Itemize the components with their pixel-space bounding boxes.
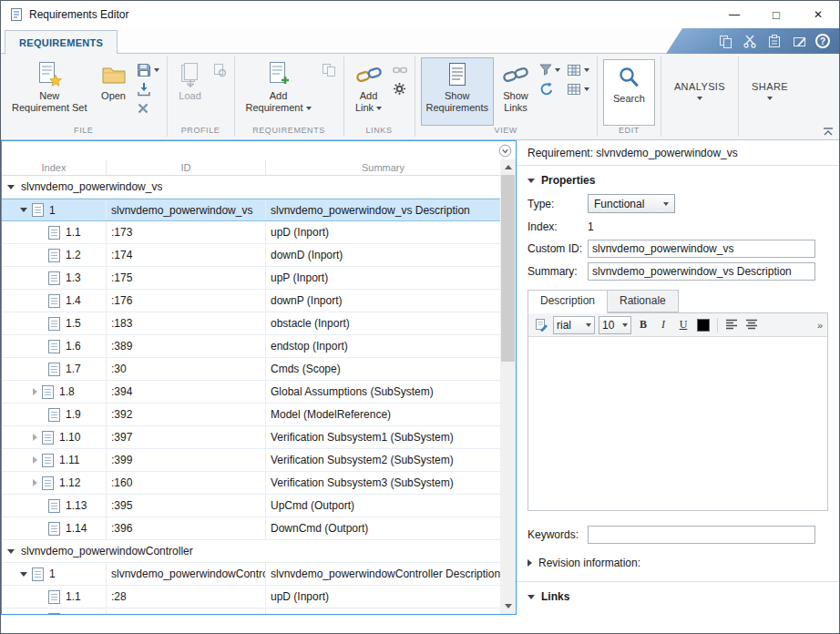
- revision-section-header[interactable]: Revision information:: [517, 546, 839, 573]
- tree-row[interactable]: 1.5 :183 obstacle (Inport): [2, 312, 500, 335]
- close-button[interactable]: ✕: [797, 1, 839, 28]
- show-requirements-button[interactable]: Show Requirements: [421, 57, 494, 126]
- chevron-down-icon[interactable]: [20, 572, 27, 577]
- scrollbar-thumb[interactable]: [501, 175, 515, 362]
- tree-row[interactable]: 1.9 :392 Model (ModelReference): [2, 404, 500, 426]
- tab-rationale[interactable]: Rationale: [607, 290, 679, 312]
- new-requirement-set-button[interactable]: New Requirement Set: [6, 57, 93, 126]
- chevron-right-icon[interactable]: [33, 434, 37, 441]
- tree-row[interactable]: 1.8 :394 Global Assumptions (SubSystem): [2, 381, 500, 404]
- show-links-button[interactable]: Show Links: [497, 57, 535, 126]
- share-dropdown[interactable]: SHARE: [739, 54, 801, 139]
- search-button[interactable]: Search: [603, 59, 655, 126]
- toolbar-overflow-button[interactable]: »: [817, 320, 823, 331]
- scrollbar-down-button[interactable]: [500, 598, 516, 614]
- keywords-input[interactable]: [588, 526, 815, 544]
- italic-button[interactable]: I: [655, 316, 671, 334]
- cell-id: :176: [111, 294, 132, 307]
- font-family-select[interactable]: rial: [553, 316, 595, 334]
- links-section-header[interactable]: Links: [517, 582, 839, 608]
- tab-requirements[interactable]: REQUIREMENTS: [5, 30, 118, 54]
- promote-requirement-button[interactable]: [322, 62, 336, 77]
- custom-id-input[interactable]: [588, 240, 815, 258]
- minimize-button[interactable]: —: [713, 1, 755, 28]
- tree-row[interactable]: 1.6 :389 endstop (Inport): [2, 335, 500, 358]
- bold-button[interactable]: B: [635, 316, 651, 334]
- chevron-right-icon[interactable]: [33, 388, 37, 395]
- links-title: Links: [541, 590, 569, 603]
- chevron-right-icon[interactable]: [33, 479, 37, 486]
- tree-row[interactable]: 1.4 :176 downP (Inport): [2, 290, 500, 312]
- column-header-summary[interactable]: Summary: [265, 159, 500, 175]
- profile-options-button[interactable]: [212, 62, 227, 77]
- scrollbar-track[interactable]: [500, 362, 516, 598]
- rows-button[interactable]: [567, 81, 589, 97]
- maximize-button[interactable]: □: [755, 1, 797, 28]
- tab-description[interactable]: Description: [528, 290, 608, 313]
- annotate-icon[interactable]: [791, 32, 807, 50]
- tree-row[interactable]: 1.7 :30 Cmds (Scope): [2, 358, 500, 381]
- description-text-area[interactable]: [528, 337, 827, 510]
- font-color-button[interactable]: [695, 316, 712, 334]
- filter-caret[interactable]: [555, 68, 560, 72]
- tree-group-row[interactable]: slvnvdemo_powerwindow_vs: [2, 176, 500, 199]
- paste-icon[interactable]: [766, 32, 783, 50]
- link-settings-button[interactable]: [393, 81, 407, 97]
- chevron-down-icon[interactable]: [7, 549, 15, 554]
- scrollbar-up-button[interactable]: [500, 159, 516, 175]
- chevron-down-icon[interactable]: [20, 208, 27, 212]
- delete-link-button[interactable]: [393, 62, 407, 77]
- toolbar: New Requirement Set Open: [1, 54, 839, 140]
- add-link-caret: [376, 107, 382, 110]
- load-profile-icon: [179, 60, 202, 89]
- view-options-button[interactable]: [498, 144, 512, 158]
- copy-icon[interactable]: [717, 32, 733, 50]
- refresh-button[interactable]: [539, 81, 560, 97]
- collapse-toolstrip-button[interactable]: [823, 128, 834, 137]
- add-requirement-button[interactable]: Add Requirement: [241, 57, 317, 126]
- tree-row[interactable]: 1.3 :175 upP (Inport): [2, 267, 500, 290]
- save-dropdown-caret[interactable]: [154, 68, 159, 72]
- open-button[interactable]: Open: [96, 57, 132, 126]
- properties-section-header[interactable]: Properties: [517, 166, 839, 191]
- rows-caret[interactable]: [584, 87, 589, 91]
- tree-row[interactable]: 1.12 :160 Verification Subsystem3 (SubSy…: [2, 472, 500, 495]
- filter-button[interactable]: [539, 62, 560, 77]
- align-left-button[interactable]: [723, 316, 740, 334]
- type-select[interactable]: Functional: [588, 194, 675, 213]
- column-header-id[interactable]: ID: [106, 159, 265, 175]
- tree-row[interactable]: 1.10 :397 Verification Subsystem1 (SubSy…: [2, 426, 500, 449]
- tree-row[interactable]: 1.13 :395 UpCmd (Outport): [2, 495, 500, 517]
- tree-row[interactable]: 1.1 :28 upD (Inport): [2, 586, 500, 608]
- tree-row[interactable]: 1.2 :174 downD (Inport): [2, 244, 500, 267]
- close-set-button[interactable]: [137, 100, 159, 116]
- tree-row[interactable]: 1.11 :399 Verification Subsystem2 (SubSy…: [2, 449, 500, 472]
- requirement-icon: [48, 340, 60, 353]
- import-button[interactable]: [137, 81, 159, 97]
- tree-row[interactable]: 1.14 :396 DownCmd (Outport): [2, 517, 500, 540]
- save-button[interactable]: [137, 62, 159, 77]
- help-icon[interactable]: ?: [815, 34, 830, 48]
- align-center-button[interactable]: [743, 316, 760, 334]
- columns-button[interactable]: [567, 62, 589, 77]
- chevron-down-icon[interactable]: [7, 185, 15, 189]
- column-header-index[interactable]: Index: [2, 159, 106, 175]
- analysis-dropdown[interactable]: ANALYSIS: [661, 54, 738, 139]
- load-profile-button[interactable]: Load: [173, 57, 208, 126]
- font-size-select[interactable]: 10: [599, 316, 631, 334]
- underline-button[interactable]: U: [675, 316, 691, 334]
- tree-row[interactable]: 1.1 :173 upD (Inport): [2, 221, 500, 244]
- summary-input[interactable]: [588, 262, 815, 281]
- tree-row-selected[interactable]: 1 slvnvdemo_powerwindow_vs slvnvdemo_pow…: [2, 199, 500, 221]
- format-icon[interactable]: [533, 316, 549, 334]
- tree-row-clipped[interactable]: [2, 608, 500, 614]
- tree-scrollbar[interactable]: [500, 159, 516, 614]
- tree-group-row[interactable]: slvnvdemo_powerwindowController: [2, 540, 500, 563]
- tree-row[interactable]: 1 slvnvdemo_powerwindowController slvnvd…: [2, 563, 500, 586]
- group-caption-view: VIEW: [417, 126, 595, 139]
- chevron-right-icon[interactable]: [33, 456, 37, 464]
- group-caption-file: FILE: [3, 126, 165, 139]
- columns-caret[interactable]: [584, 68, 589, 72]
- cut-icon[interactable]: [742, 32, 758, 50]
- add-link-button[interactable]: Add Link: [350, 57, 388, 126]
